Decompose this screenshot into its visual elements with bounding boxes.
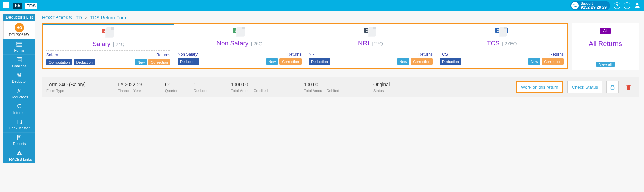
returns-link[interactable]: Returns — [549, 52, 564, 57]
nav-label: Forms — [14, 48, 24, 52]
info-icon[interactable]: i — [624, 2, 630, 9]
traces-icon — [16, 150, 23, 156]
apps-icon[interactable] — [3, 2, 10, 9]
bank-icon — [16, 119, 23, 125]
deductor-card[interactable]: HO DELP09876Y — [3, 21, 35, 39]
nav: Forms Challans Deductor Deductees Intere… — [3, 39, 35, 163]
nav-label: Deductor — [12, 79, 27, 83]
svg-rect-4 — [17, 58, 22, 62]
nav-challans[interactable]: Challans — [3, 55, 35, 70]
status-label: Status — [373, 89, 407, 93]
forms-icon — [16, 41, 23, 47]
deductees-icon — [16, 88, 23, 94]
card-group-highlight: 24Q Salary | 24Q Salary Returns Com — [42, 23, 568, 69]
svg-marker-17 — [18, 151, 20, 153]
quarter-value: Q1 — [165, 82, 194, 87]
sidebar: Deductor's List HO DELP09876Y Forms Chal… — [0, 11, 37, 163]
deduction-button[interactable]: Deduction — [440, 58, 461, 65]
correction-button[interactable]: Correction — [148, 59, 170, 65]
card-tcs[interactable]: 27EQ TCS | 27EQ TCS Returns Deducti — [436, 24, 567, 68]
interest-icon — [16, 103, 23, 110]
main: HOSTBOOKS LTD > TDS Return Form 24Q Sala… — [37, 11, 644, 163]
correction-button[interactable]: Correction — [411, 58, 433, 65]
user-icon[interactable] — [634, 2, 641, 10]
breadcrumb: HOSTBOOKS LTD > TDS Return Form — [42, 15, 639, 20]
card-category: NRI — [309, 52, 316, 57]
card-nri[interactable]: 27Q NRI | 27Q NRI Returns Deduction — [305, 24, 436, 68]
card-title-text: Salary — [92, 40, 110, 47]
svg-point-0 — [636, 3, 639, 5]
doc-icon: 26Q — [233, 27, 246, 38]
deduction-button[interactable]: Deduction — [309, 58, 330, 65]
check-status-button[interactable]: Check Status — [567, 81, 602, 93]
breadcrumb-sep: > — [85, 15, 87, 20]
card-title: Salary | 24Q — [46, 40, 170, 48]
svg-marker-19 — [19, 153, 22, 155]
card-category: Salary — [46, 53, 58, 57]
new-button[interactable]: New — [135, 59, 147, 65]
deduction-count-label: Deduction — [194, 89, 231, 93]
card-code: | 27Q — [372, 41, 383, 46]
challans-icon — [16, 57, 23, 63]
card-title-text: Non Salary — [216, 40, 248, 47]
new-button[interactable]: New — [528, 58, 540, 65]
card-title: NRI | 27Q — [309, 40, 433, 47]
card-code: | 24Q — [113, 42, 125, 47]
credited-value: 1000.00 — [231, 82, 304, 87]
topbar-left: hb TDS — [3, 2, 37, 9]
view-all-button[interactable]: View all — [596, 62, 615, 67]
card-code: | 26Q — [251, 41, 263, 46]
debited-label: Total Amount Debited — [304, 89, 373, 93]
avatar-code: DELP09876Y — [4, 33, 35, 37]
support-pill[interactable]: Support 9152 29 29 29 — [570, 1, 610, 10]
nav-label: Challans — [12, 64, 27, 68]
card-salary[interactable]: 24Q Salary | 24Q Salary Returns Com — [43, 24, 174, 68]
deductor-list-header: Deductor's List — [3, 14, 35, 21]
nav-interest[interactable]: Interest — [3, 101, 35, 117]
help-icon[interactable]: ? — [614, 2, 620, 9]
computation-button[interactable]: Computation — [46, 59, 72, 65]
lock-button[interactable] — [606, 81, 619, 93]
summary-actions: Work on this return Check Status — [516, 81, 635, 93]
work-on-return-button[interactable]: Work on this return — [516, 81, 563, 93]
logo-hb: hb — [13, 3, 22, 9]
reports-icon — [16, 135, 23, 141]
returns-link[interactable]: Returns — [156, 53, 170, 57]
nav-bank-master[interactable]: Bank Master — [3, 117, 35, 133]
all-returns-title: All Returns — [575, 40, 636, 48]
deduction-button[interactable]: Deduction — [178, 58, 199, 65]
card-non-salary[interactable]: 26Q Non Salary | 26Q Non Salary Returns — [174, 24, 305, 68]
doc-icon: 27EQ — [495, 27, 508, 38]
breadcrumb-page: TDS Return Form — [90, 15, 127, 20]
card-title-text: NRI — [358, 40, 369, 47]
returns-link[interactable]: Returns — [418, 52, 433, 57]
deduction-count-value: 1 — [194, 82, 231, 87]
delete-button[interactable] — [623, 81, 635, 93]
nav-reports[interactable]: Reports — [3, 133, 35, 148]
nav-deductor[interactable]: Deductor — [3, 70, 35, 86]
nav-forms[interactable]: Forms — [3, 39, 35, 55]
top-bar: hb TDS Support 9152 29 29 29 ? i — [0, 0, 644, 11]
new-button[interactable]: New — [266, 58, 278, 65]
correction-button[interactable]: Correction — [279, 58, 302, 65]
form-type-label: Form Type — [46, 89, 118, 93]
breadcrumb-org[interactable]: HOSTBOOKS LTD — [42, 15, 82, 20]
nav-traces-links[interactable]: TRACES Links — [3, 148, 35, 163]
correction-button[interactable]: Correction — [542, 58, 564, 65]
deductor-icon — [16, 72, 23, 78]
card-category: TCS — [440, 52, 448, 57]
nav-deductees[interactable]: Deductees — [3, 86, 35, 101]
credited-label: Total Amount Credited — [231, 89, 304, 93]
card-title-text: TCS — [487, 40, 500, 47]
card-title: Non Salary | 26Q — [178, 40, 302, 47]
returns-link[interactable]: Returns — [287, 52, 302, 57]
support-text: Support 9152 29 29 29 — [581, 2, 607, 10]
card-all-returns[interactable]: All All Returns View all — [572, 23, 639, 70]
new-button[interactable]: New — [397, 58, 409, 65]
quarter-label: Quarter — [165, 89, 194, 93]
card-category: Non Salary — [178, 52, 198, 57]
svg-point-7 — [18, 75, 19, 76]
nav-label: Interest — [13, 111, 26, 115]
doc-icon: 27Q — [364, 27, 377, 38]
deduction-button[interactable]: Deduction — [74, 59, 95, 65]
